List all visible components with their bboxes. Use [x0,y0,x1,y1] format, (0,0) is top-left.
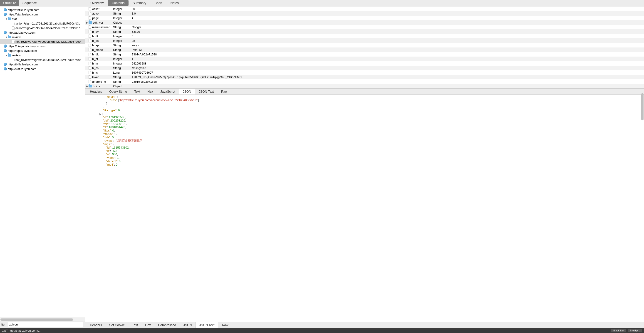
resptab-headers[interactable]: Headers [86,322,106,328]
resptab-json-text[interactable]: JSON Text [196,322,218,328]
tree-label: http://api.izuiyou.com [8,31,36,34]
reqtab-query-string[interactable]: Query String [106,88,131,94]
tab-overview[interactable]: Overview [86,0,108,6]
tree-host[interactable]: https://tbfile.izuiyou.com [0,8,85,12]
param-type: String [113,12,131,15]
tab-sequence[interactable]: Sequence [19,0,40,6]
tree-host[interactable]: https://api.izuiyou.com [0,48,85,53]
param-type: Integer [113,39,131,42]
reqtab-javascript[interactable]: JavaScript [157,88,179,94]
disclosure-triangle-icon[interactable]: ▼ [5,54,8,56]
param-value: 1.0 [131,12,644,15]
param-name: h_os [92,39,98,42]
table-row[interactable]: manufacturerStringGoogle [85,25,644,29]
content-vscrollbar[interactable] [641,93,644,120]
blacklist-button[interactable]: Black List [611,329,626,332]
table-row[interactable]: h_avString5.5.20 [85,29,644,34]
resptab-compressed[interactable]: Compressed [154,322,180,328]
params-table[interactable]: offsetInteger60adverString1.0pageInteger… [85,6,644,88]
filter-label: lter: [1,323,6,326]
param-name: h_ids [93,84,100,88]
breakpoints-button[interactable]: Breakp... [628,329,642,332]
disclosure-triangle-icon[interactable]: ▼ [5,36,8,38]
tab-notes[interactable]: Notes [166,0,183,6]
table-row[interactable]: adverString1.0 [85,11,644,16]
param-type: Integer [113,16,131,20]
param-value: 28 [131,39,644,42]
table-row[interactable]: h_osInteger28 [85,38,644,43]
resptab-raw[interactable]: Raw [218,322,232,328]
tree-host[interactable]: http://api.izuiyou.com [0,30,85,35]
tree-host[interactable]: http://tbfile.izuiyou.com [0,62,85,66]
resptab-text[interactable]: Text [128,322,142,328]
tab-summary[interactable]: Summary [128,0,150,6]
tree-folder[interactable]: ▼stat [0,16,85,21]
disclosure-triangle-icon[interactable]: ▶ [86,85,88,88]
param-type: String [113,66,131,70]
tree-file[interactable]: hot_reviews?sign=ff0e99f87a842232cf1bd95… [0,58,85,62]
table-row[interactable]: h_dtInteger0 [85,34,644,38]
tree-label: https://api.izuiyou.com [8,49,37,52]
sidebar-hscrollbar[interactable] [0,318,85,321]
tab-chart[interactable]: Chart [150,0,166,6]
table-row[interactable]: h_chStringzx-lingxin-1 [85,66,644,70]
file-icon [12,22,14,25]
tree-label: action?sign=2f29b86258ac4a9dde62aa13ff9e… [16,26,80,30]
table-row[interactable]: h_modelStringPixel XL [85,48,644,52]
tab-contents[interactable]: Contents [108,0,128,6]
reqtab-json-text[interactable]: JSON Text [195,88,218,94]
reqtab-json[interactable]: JSON [179,88,195,94]
param-type: String [113,53,131,56]
reqtab-hex[interactable]: Hex [144,88,157,94]
globe-icon [4,49,7,52]
tree-host[interactable]: http://stat.izuiyou.com [0,66,85,71]
tree-file[interactable]: hot_reviews?sign=ff0e99f87a842232cf1bd95… [0,39,85,44]
folder-icon [8,36,11,38]
folder-icon [88,21,92,24]
tree-host[interactable]: https://diagnosis.izuiyou.com [0,44,85,48]
table-row[interactable]: h_didString93b1cfc602e71538 [85,52,644,56]
tree-label: http://stat.izuiyou.com [8,67,36,71]
host-tree[interactable]: https://tbfile.izuiyou.comhttps://stat.i… [0,6,85,318]
param-name: h_app [92,44,100,47]
table-row[interactable]: pageInteger4 [85,16,644,20]
folder-icon [8,18,11,20]
filter-input[interactable] [8,322,83,327]
param-name: offset [92,7,100,11]
reqtab-text[interactable]: Text [131,88,144,94]
table-row[interactable]: h_mInteger242593288 [85,61,644,66]
table-row[interactable]: h_tsLong1607499703607 [85,70,644,75]
table-row[interactable]: tokenStringT7K7N_ZD-jGns9Z9s5u9ji7pJslOR… [85,75,644,79]
reqtab-raw[interactable]: Raw [217,88,231,94]
param-value: 93b1cfc602e71538 [131,80,644,83]
table-row[interactable]: ▶h_idsObject [85,84,644,88]
content-tabs: OverviewContentsSummaryChartNotes [85,0,644,6]
table-row[interactable]: h_appStringzuiyou [85,43,644,48]
file-icon [88,71,91,74]
json-viewer[interactable]: "origin": { "urls": ["http://tbfile.izui… [85,95,644,322]
resptab-hex[interactable]: Hex [142,322,154,328]
resptab-set-cookie[interactable]: Set Cookie [106,322,128,328]
table-row[interactable]: ▶sdk_verObject [85,20,644,25]
table-row[interactable]: offsetInteger60 [85,6,644,11]
resptab-json[interactable]: JSON [180,322,195,328]
table-row[interactable]: android_idString93b1cfc602e71538 [85,79,644,84]
tree-label: http://tbfile.izuiyou.com [8,63,38,66]
table-row[interactable]: h_ntInteger1 [85,56,644,61]
param-name: h_m [92,62,98,65]
tree-file[interactable]: action?sign=2a1764a261f23babb8b2fd7050cf… [0,21,85,26]
tree-host[interactable]: https://stat.izuiyou.com [0,12,85,16]
tree-folder[interactable]: ▼review [0,35,85,39]
reqtab-headers[interactable]: Headers [86,88,106,94]
param-type: Integer [113,7,131,11]
tree-file[interactable]: action?sign=2f29b86258ac4a9dde62aa13ff9e… [0,26,85,30]
tree-folder[interactable]: ▼review [0,53,85,58]
tab-structure[interactable]: Structure [0,0,19,6]
param-name: page [92,16,99,20]
file-icon [88,34,91,38]
param-type: Integer [113,62,131,65]
param-name: android_id [92,80,106,83]
disclosure-triangle-icon[interactable]: ▼ [5,18,8,20]
disclosure-triangle-icon[interactable]: ▶ [86,21,88,24]
param-type: Long [113,71,131,74]
